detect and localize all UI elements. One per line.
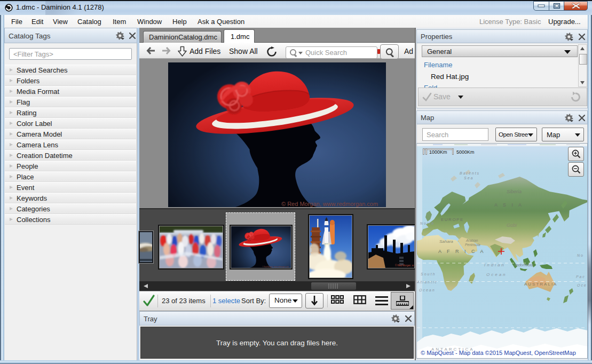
svg-text:Barents: Barents [460, 171, 480, 175]
svg-text:Sahara: Sahara [439, 239, 453, 244]
svg-text:Ocean: Ocean [419, 288, 436, 292]
svg-text:Atlantic: Atlantic [417, 280, 438, 284]
svg-text:Indian: Indian [484, 263, 506, 267]
svg-text:A F R I C A: A F R I C A [438, 249, 486, 254]
svg-text:Peninsula: Peninsula [465, 243, 480, 247]
svg-text:A S I A: A S I A [494, 202, 524, 208]
svg-text:Gobi: Gobi [507, 223, 517, 228]
svg-text:AUSTRALIA: AUSTRALIA [524, 282, 557, 287]
svg-text:Indonesia: Indonesia [515, 263, 533, 267]
svg-text:© MapQuest - Map data ©2015 Ma: © MapQuest - Map data ©2015 MapQuest, Op… [421, 350, 576, 356]
svg-text:Siberia: Siberia [507, 189, 522, 194]
svg-text:EUROPE: EUROPE [441, 217, 464, 222]
svg-text:Ocean: Ocean [486, 272, 507, 277]
svg-text:P a c: P a c [576, 275, 585, 279]
svg-text:N o: N o [577, 254, 583, 257]
svg-text:© Red Morgan, w: © Red Morgan, w [395, 264, 414, 267]
svg-text:Sea: Sea [464, 176, 473, 180]
svg-text:© Red Morgan, www.redmorgan.co: © Red Morgan, www.redmorgan.com [281, 201, 378, 207]
svg-text:North: North [420, 221, 435, 225]
svg-text:O c e: O c e [577, 283, 586, 287]
svg-text:South: South [421, 272, 436, 276]
svg-text:Arabian: Arabian [465, 239, 478, 242]
